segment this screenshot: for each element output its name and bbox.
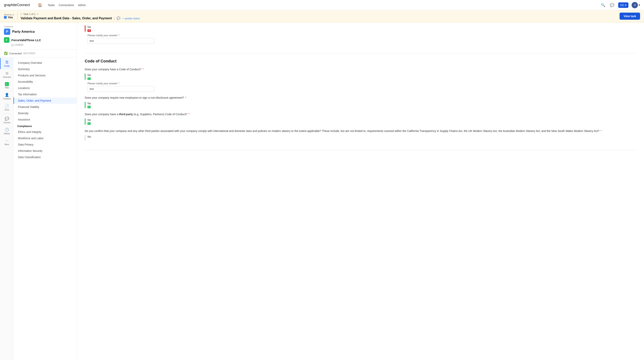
q3-answer-content: No L [88,118,91,125]
task-prev-button[interactable]: ‹ [21,12,22,16]
brand-button[interactable]: GC ▾ [618,2,628,8]
task-divider [17,12,18,20]
q2-answer-text: No [88,102,91,105]
q1-answer-content: No L [88,73,91,80]
menu-item-tax-information[interactable]: Tax Information [14,91,77,97]
q1-answer-row: No L [85,73,636,80]
menu-item-insurance[interactable]: Insurance [14,116,77,123]
code-of-conduct-section: Code of Conduct Does your company have a… [85,53,636,150]
sidebar-item-more[interactable]: ··· More [0,137,14,147]
task-banner: Waiting on You ‹ Task 1 of 1 › Validate … [0,10,644,22]
q4-text: Do you confirm that your company and any… [85,129,636,133]
supplier-icon: F [4,37,10,43]
q1-clarify-block: Please clarify your answer * [88,82,636,92]
q3-answer-text: No [88,118,91,121]
q3-l-badge: L [88,122,91,125]
sidebar-item-contacts[interactable]: 👤 Contacts [0,91,14,102]
menu-item-company-overview[interactable]: Company Overview [14,60,77,66]
chat-icon: 💬 [117,16,120,20]
q1-l-badge: L [88,77,91,80]
menu-item-summary[interactable]: Summary [14,66,77,72]
top-answer-content: No H [88,25,91,32]
q3-green-bar [85,118,86,125]
docs-icon: 📄 [5,104,9,108]
q1-text: Does your company have a Code of Conduct… [85,67,636,71]
menu-item-information-security[interactable]: Information Security [14,148,77,154]
left-nav: ☰ Profile ⊙ Overview L Risk 👤 Contacts 📄 [0,57,77,360]
top-question-block: No H Please clarify your answer * [85,25,636,44]
sidebar-item-docs[interactable]: 📄 Docs [0,102,14,113]
waiting-box: Waiting on You [4,13,14,19]
connected-row: ✅ Connected 04/17/2023 [0,50,77,57]
comms-icon: 💬 [5,117,9,121]
top-answer-row: No H [85,25,636,32]
menu-item-data-privacy[interactable]: Data Privacy [14,141,77,148]
supplier-id: g | US3839 [12,43,73,46]
top-clarify-input[interactable] [88,38,154,44]
menu-item-diversity[interactable]: Diversity [14,110,77,116]
sidebar-item-profile[interactable]: ☰ Profile [0,58,14,69]
history-icon: 🕐 [5,128,9,132]
q2-l-badge: L [88,106,91,108]
q2-text: Does your company require new employees … [85,96,636,100]
menu-item-workforce-labor[interactable]: Workforce and Labor [14,135,77,141]
home-button[interactable]: 🏠 [37,2,43,8]
contacts-icon: 👤 [5,93,9,97]
top-clarify-block: Please clarify your answer * [88,34,636,44]
overview-icon: ⊙ [6,71,8,75]
q1-block: Does your company have a Code of Conduct… [85,67,636,92]
q3-block: Does your company have a third-party (e.… [85,112,636,125]
menu-item-accessibility[interactable]: Accessibility [14,79,77,85]
task-nav: ‹ Task 1 of 1 › [21,12,616,16]
sidebar-item-overview[interactable]: ⊙ Overview [0,69,14,80]
menu-item-products-services[interactable]: Products and Services [14,72,77,79]
company-info: Customer P Party America F ForceValidThr… [0,22,77,50]
sidebar-item-risk[interactable]: L Risk [0,80,14,91]
menu-item-locations[interactable]: Locations [14,85,77,91]
q3-text: Does your company have a third-party (e.… [85,112,636,116]
you-dot [4,16,7,19]
view-task-button[interactable]: View task [620,12,640,20]
q2-answer-content: No L [88,102,91,108]
menu-item-data-classification[interactable]: Data Classification [14,154,77,160]
task-next-button[interactable]: › [37,12,38,16]
messages-button[interactable]: 💬 [609,2,615,8]
update-status-button[interactable]: + update status [122,17,140,20]
customer-name: Party America [12,30,35,34]
q3-badge-row: L [88,122,91,125]
q4-answer-content: No [88,135,91,138]
h-badge: H [88,29,91,32]
menu-item-financial-viability[interactable]: Financial Viability [14,104,77,110]
q2-answer-row: No L [85,102,636,108]
supplier-row: F ForceValidThree LLC [4,37,73,43]
q2-badge-row: L [88,106,91,108]
compliance-section-header: Compliance [14,123,77,129]
connected-check-icon: ✅ [4,52,8,55]
nav-admin[interactable]: Admin [78,3,86,7]
nav-links: Tasks Connections Admin [48,3,86,7]
q1-badge-row: L [88,77,91,80]
nav-tasks[interactable]: Tasks [48,3,55,7]
q2-green-bar [85,102,86,108]
sidebar-item-comms[interactable]: 💬 Comms [0,115,14,126]
top-partial-section: No H Please clarify your answer * [85,22,636,53]
icon-sidebar: ☰ Profile ⊙ Overview L Risk 👤 Contacts 📄 [0,57,14,360]
task-info: ‹ Task 1 of 1 › Validate Payment and Ban… [21,12,616,20]
red-bar [85,25,86,32]
task-title: Validate Payment and Bank Data - Sales, … [21,16,112,20]
risk-badge: L [5,82,9,86]
sidebar-item-history[interactable]: 🕐 History [0,126,14,137]
avatar-button[interactable]: J ▾ [632,2,640,8]
menu-item-sales-order-payment[interactable]: Sales, Order, and Payment [14,97,77,104]
q1-clarify-label: Please clarify your answer * [88,82,636,85]
nav-separator [3,114,11,114]
menu-item-ethics-integrity[interactable]: Ethics and Integrity [14,129,77,135]
q1-clarify-input[interactable] [88,86,154,92]
search-button[interactable]: 🔍 [600,2,606,8]
section-title-code-of-conduct: Code of Conduct [85,59,636,63]
app-logo: graphiteConnect [4,3,30,7]
q4-answer-text: No [88,135,91,138]
nav-right: 🔍 💬 GC ▾ J ▾ [600,2,640,8]
nav-connections[interactable]: Connections [59,3,74,7]
top-nav: graphiteConnect 🏠 Tasks Connections Admi… [0,0,644,10]
